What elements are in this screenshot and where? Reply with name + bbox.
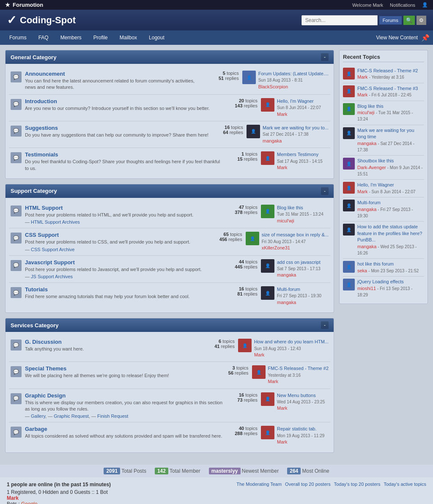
rt-title-link[interactable]: Multi-forum xyxy=(357,200,381,205)
forum-title-link[interactable]: Graphic Design xyxy=(25,392,66,399)
last-post-info: Multi-forum Fri 27 Sep 2013 - 19:30 mang… xyxy=(277,286,321,306)
site-name: Coding-Spot xyxy=(20,15,76,26)
online-link[interactable]: Overall top 20 posters xyxy=(285,482,331,487)
sub-forum-link[interactable]: CSS Support Archive xyxy=(31,247,74,252)
search-icon-button[interactable]: 🔍 xyxy=(403,16,415,25)
rt-avatar: 👤 xyxy=(343,158,355,170)
last-post-avatar: 👤 xyxy=(246,232,259,245)
last-post-title-link[interactable]: FMC-S Released - Theme #2 xyxy=(268,366,329,371)
collapse-button[interactable]: - xyxy=(321,53,329,61)
sub-forum-link[interactable]: Graphic Request xyxy=(54,414,89,419)
online-link[interactable]: The Moderating Team xyxy=(236,482,282,487)
last-post-title-link[interactable]: New Menu buttons xyxy=(277,393,316,398)
rt-time: - Sun 8 Jun 2014 - 22:07 xyxy=(369,189,416,194)
rt-title-link[interactable]: How to add the status update feature in … xyxy=(357,224,422,242)
rt-title-link[interactable]: hot like this forum xyxy=(357,261,394,266)
online-user-link[interactable]: Mark xyxy=(7,495,19,501)
last-post-time: Sun 18 Aug 2013 - 12:43 xyxy=(254,346,301,351)
forum-info: G. Discussion Talk anything you want her… xyxy=(25,339,202,352)
rt-poster: micul'wji xyxy=(357,110,375,115)
rt-poster: mangaka xyxy=(357,141,376,146)
online-link[interactable]: Today's active topics xyxy=(384,482,426,487)
last-post-title-link[interactable]: How and where do you learn HTM... xyxy=(254,339,329,344)
forum-info: Testimonials Do you feel thankful to Cod… xyxy=(25,151,225,172)
rt-title-link[interactable]: Shoutbox like this xyxy=(357,158,394,163)
last-post-time: Tue 31 Mar 2015 - 13:24 xyxy=(277,212,323,216)
newest-member-label: Newest Member xyxy=(242,468,279,474)
rt-title-link[interactable]: Hello, I'm Wagner xyxy=(357,182,394,187)
nav-logout[interactable]: Logout xyxy=(143,30,170,45)
last-post-info: New Menu buttons Wed 14 Aug 2013 - 23:25… xyxy=(277,392,325,412)
last-post-poster: mangaka xyxy=(277,272,296,277)
gear-button[interactable]: ⚙ xyxy=(417,16,426,25)
sub-forum-link[interactable]: HTML Support Archives xyxy=(31,219,80,225)
sub-forum-link[interactable]: Gallery xyxy=(31,414,45,419)
forum-title-link[interactable]: Announcement xyxy=(25,71,65,77)
collapse-button[interactable]: - xyxy=(321,321,329,329)
nav-mailbox[interactable]: Mailbox xyxy=(114,30,143,45)
last-post-title-link[interactable]: Forum Updates: (Latest Update.... xyxy=(258,71,329,76)
rt-info: FMC-S Released - Theme #3 Mark - Fri 6 J… xyxy=(357,85,418,99)
forum-title-link[interactable]: Tutorials xyxy=(25,286,48,293)
forum-desc: Do you have any suggestions that can hel… xyxy=(25,132,210,138)
avatar-img: 👤 xyxy=(261,392,274,406)
fm-logo-text: ★ xyxy=(5,2,10,8)
avatar-img: 👤 xyxy=(242,71,256,84)
forum-info: Graphic Design This is where we display … xyxy=(25,392,225,419)
forum-title-link[interactable]: Introduction xyxy=(25,98,57,104)
forum-desc: Find here some amazing tutorials that ma… xyxy=(25,293,225,300)
rt-poster: mangaka xyxy=(357,244,376,249)
last-post-title-link[interactable]: Members Testimony xyxy=(277,152,318,157)
rt-title-link[interactable]: jQuery Loading effects xyxy=(357,279,404,284)
forum-title-link[interactable]: CSS Support xyxy=(25,232,59,238)
rt-avatar: 👤 xyxy=(343,127,355,139)
notifications-link[interactable]: Notifications xyxy=(390,3,415,8)
main-wrap: General Category - 💬 Announcement You ca… xyxy=(0,45,433,463)
recent-topic-item: 👤 jQuery Loading effects mioshi11 - Fri … xyxy=(343,277,424,300)
total-posts-count: 2091 xyxy=(104,468,120,474)
view-new-content-link[interactable]: View New Content xyxy=(376,35,418,41)
collapse-button[interactable]: - xyxy=(321,187,329,195)
forum-title-link[interactable]: Javascript Support xyxy=(25,259,75,266)
nav-faq[interactable]: FAQ xyxy=(33,30,55,45)
forum-title-link[interactable]: Testimonials xyxy=(25,151,58,158)
forum-row: 💬 Tutorials Find here some amazing tutor… xyxy=(9,283,330,309)
rt-poster: Dark-Avenger xyxy=(357,165,386,170)
search-input[interactable] xyxy=(301,15,378,25)
google-link[interactable]: Google xyxy=(21,501,38,504)
sub-forum-link[interactable]: JS Support Archives xyxy=(31,274,73,279)
forum-title-link[interactable]: HTML Support xyxy=(25,205,63,211)
search-forums-button[interactable]: Forums xyxy=(379,16,402,25)
forum-info: HTML Support Post here your problems rel… xyxy=(25,205,225,225)
forum-title-link[interactable]: Special Themes xyxy=(25,365,66,372)
rt-title-link[interactable]: Mark we are waiting for you long time xyxy=(357,128,414,139)
nav-profile[interactable]: Profile xyxy=(88,30,114,45)
main-nav: Forums FAQ Members Profile Mailbox Logou… xyxy=(0,30,433,45)
recent-topic-item: 👤 Blog like this micul'wji - Tue 31 Mar … xyxy=(343,101,424,125)
online-link[interactable]: Today's top 20 posters xyxy=(334,482,381,487)
last-post-title-link[interactable]: Multi-forum xyxy=(277,287,300,292)
last-post-title-link[interactable]: Hello, I'm Wagner xyxy=(277,99,314,104)
rt-time: - Yesterday at 3:16 xyxy=(369,75,404,79)
rt-title-link[interactable]: FMC-S Released - Theme #3 xyxy=(357,86,418,91)
forum-stats: 3 topics56 replies xyxy=(219,365,249,375)
recent-topic-item: 👤 hot like this forum seka - Mon 23 Sep … xyxy=(343,259,424,277)
rt-title-link[interactable]: Blog like this xyxy=(357,104,384,109)
last-post-title-link[interactable]: add css on javascript xyxy=(277,260,321,265)
rt-time: - Mon 23 Sep 2013 - 21:52 xyxy=(368,268,419,273)
last-post-title-link[interactable]: Repair statistic tab. xyxy=(277,426,317,431)
forum-title-link[interactable]: Suggestions xyxy=(25,125,58,131)
site-header: ✓ Coding-Spot Forums 🔍 ⚙ xyxy=(0,10,433,30)
forum-title-link[interactable]: G. Discussion xyxy=(25,339,62,345)
last-post-title-link[interactable]: Blog like this xyxy=(277,205,303,210)
forum-desc: You can find here the latest announcemen… xyxy=(25,78,206,91)
forum-title-link[interactable]: Garbage xyxy=(25,426,47,432)
nav-forums[interactable]: Forums xyxy=(3,30,33,45)
sub-forum-link[interactable]: Finish Request xyxy=(97,414,128,419)
last-post-title-link[interactable]: size of message box in reply &... xyxy=(262,232,329,237)
rt-title-link[interactable]: FMC-S Released - Theme #2 xyxy=(357,68,418,73)
last-post-title-link[interactable]: Mark we are waiting for you to... xyxy=(263,125,329,130)
last-post-time: Sat 7 Sep 2013 - 17:13 xyxy=(277,266,321,271)
nav-members[interactable]: Members xyxy=(55,30,88,45)
forum-last-post: 👤 Multi-forum Fri 27 Sep 2013 - 19:30 ma… xyxy=(261,286,329,306)
